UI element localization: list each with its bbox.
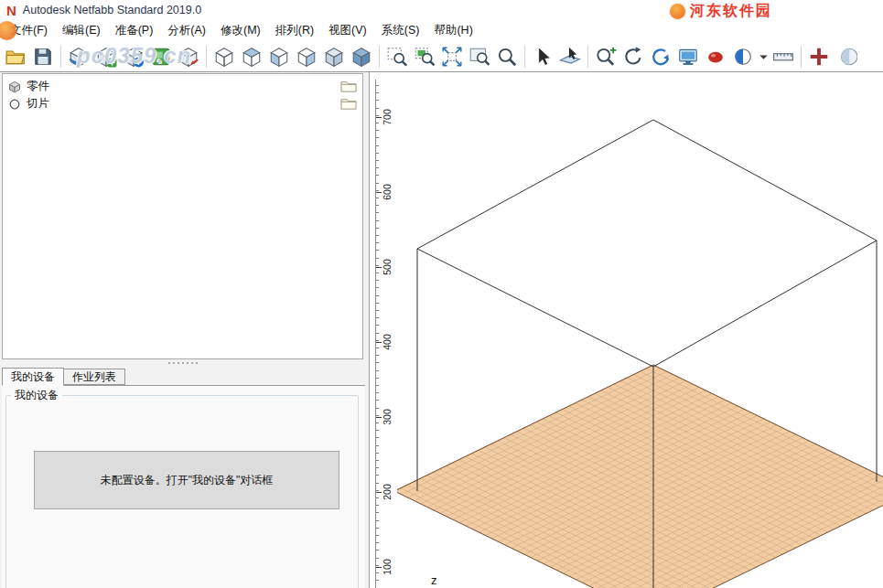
more-tools-button[interactable] bbox=[833, 43, 860, 70]
view-shaded-button[interactable] bbox=[320, 43, 348, 70]
watermark: 河东软件园 bbox=[669, 1, 772, 21]
ruler-tick bbox=[376, 437, 379, 438]
ruler-tick bbox=[376, 580, 379, 581]
part-cube-icon bbox=[8, 80, 21, 93]
zoom-region-button[interactable] bbox=[383, 43, 411, 70]
open-button[interactable] bbox=[2, 43, 29, 70]
my-devices-legend: 我的设备 bbox=[11, 388, 62, 403]
tree-item-parts[interactable]: 零件 bbox=[3, 78, 362, 95]
ruler-tick bbox=[376, 100, 379, 101]
menu-item-analyze[interactable]: 分析(A) bbox=[160, 20, 213, 41]
ruler-tick bbox=[376, 520, 379, 521]
pan-arrow-icon bbox=[650, 46, 672, 68]
magnify-tool-button[interactable] bbox=[592, 43, 619, 70]
fit-box-icon bbox=[441, 46, 463, 68]
zoom-selection-button[interactable] bbox=[411, 43, 438, 70]
magnifier-box-icon bbox=[386, 46, 408, 68]
ruler-tick bbox=[376, 325, 379, 326]
device-message: 未配置设备。打开"我的设备"对话框 bbox=[34, 451, 339, 509]
select-button[interactable] bbox=[529, 43, 556, 70]
ruler-tick bbox=[376, 160, 379, 161]
ruler-tick bbox=[376, 528, 379, 529]
build-volume-top-face bbox=[417, 120, 877, 367]
ruler-tick bbox=[376, 362, 379, 363]
tree-item-slices[interactable]: 切片 bbox=[3, 95, 362, 112]
titlebar: N Autodesk Netfabb Standard 2019.0 河东软件园 bbox=[0, 0, 883, 20]
select-surface-button[interactable] bbox=[556, 43, 584, 70]
ruler-tick bbox=[376, 115, 379, 116]
ruler-tick bbox=[376, 385, 379, 386]
open-parts-folder-button[interactable] bbox=[340, 80, 357, 93]
ruler-tick bbox=[376, 475, 379, 476]
viewport-3d[interactable]: z 700600500400300200100 bbox=[369, 72, 883, 588]
ruler-tick bbox=[376, 565, 379, 566]
ruler-tick bbox=[376, 340, 379, 341]
zoom-button[interactable] bbox=[493, 43, 521, 70]
view-top-button[interactable] bbox=[238, 43, 265, 70]
ruler-tick bbox=[376, 123, 379, 123]
ruler-label: 200 bbox=[382, 484, 393, 500]
ruler-tick bbox=[376, 460, 379, 461]
tab-my-devices[interactable]: 我的设备 bbox=[2, 368, 64, 386]
plus-icon bbox=[808, 46, 830, 68]
rotate-view-button[interactable] bbox=[619, 43, 647, 70]
add-item-button[interactable] bbox=[805, 43, 833, 70]
menu-item-edit[interactable]: 编辑(E) bbox=[55, 20, 108, 41]
cube-left-icon bbox=[268, 46, 290, 68]
ruler-tick bbox=[376, 220, 379, 221]
project-tree: 零件 切片 bbox=[2, 73, 363, 359]
pan-view-button[interactable] bbox=[647, 43, 674, 70]
highlight-tool-button[interactable] bbox=[702, 43, 729, 70]
ruler-tick bbox=[376, 250, 379, 251]
cube-solid-icon bbox=[350, 46, 372, 68]
menubar: 文件(F) 编辑(E) 准备(P) 分析(A) 修改(M) 排列(R) 视图(V… bbox=[0, 20, 883, 41]
tab-job-list[interactable]: 作业列表 bbox=[63, 369, 125, 385]
menu-item-arrange[interactable]: 排列(R) bbox=[268, 20, 321, 41]
measure-button[interactable] bbox=[770, 43, 797, 70]
ruler-tick bbox=[376, 392, 379, 393]
ruler-tick bbox=[376, 258, 379, 259]
ruler-tick bbox=[376, 497, 379, 498]
menu-item-view[interactable]: 视图(V) bbox=[321, 20, 374, 41]
view-solid-button[interactable] bbox=[348, 43, 375, 70]
viewport-ruler: 700600500400300200100 bbox=[370, 72, 397, 588]
rotate-arrow-icon bbox=[622, 46, 644, 68]
cursor-icon bbox=[532, 46, 554, 68]
tree-item-label: 零件 bbox=[27, 79, 49, 94]
toolbar-separator bbox=[587, 46, 588, 68]
ruler-tick bbox=[376, 198, 379, 198]
view-isometric-button[interactable] bbox=[210, 43, 238, 70]
fit-view-button[interactable] bbox=[438, 43, 466, 70]
tree-item-label: 切片 bbox=[27, 96, 49, 112]
ruler-tick bbox=[376, 400, 379, 401]
menu-item-help[interactable]: 帮助(H) bbox=[426, 20, 479, 41]
ruler-label: 100 bbox=[382, 559, 393, 575]
half-circle-icon bbox=[732, 46, 754, 68]
save-button[interactable] bbox=[29, 43, 57, 70]
view-side-button[interactable] bbox=[293, 43, 320, 70]
circle-partial-icon bbox=[835, 46, 857, 68]
build-platform bbox=[394, 365, 883, 588]
view-front-button[interactable] bbox=[265, 43, 293, 70]
watermark-site-name: 河东软件园 bbox=[690, 2, 772, 21]
ruler-tick bbox=[376, 92, 379, 93]
ruler-tick bbox=[376, 467, 379, 468]
ruler-tick bbox=[376, 347, 379, 348]
ruler-tick bbox=[376, 85, 379, 86]
ruler-tick bbox=[376, 572, 379, 573]
panel-splitter[interactable] bbox=[0, 359, 365, 367]
open-slices-folder-button[interactable] bbox=[340, 97, 357, 111]
menu-item-prepare[interactable]: 准备(P) bbox=[108, 20, 161, 41]
ruler-tick bbox=[376, 273, 379, 273]
ruler-tick bbox=[376, 445, 379, 446]
show-platform-button[interactable] bbox=[674, 43, 702, 70]
zoom-window-button[interactable] bbox=[466, 43, 493, 70]
menu-item-system[interactable]: 系统(S) bbox=[374, 20, 427, 41]
toolbar-separator bbox=[379, 46, 380, 68]
z-axis-label: z bbox=[431, 573, 437, 587]
shading-menu-button[interactable] bbox=[757, 43, 770, 70]
ruler-tick bbox=[376, 295, 379, 296]
shading-mode-button[interactable] bbox=[729, 43, 757, 70]
ruler-tick bbox=[376, 205, 379, 206]
menu-item-modify[interactable]: 修改(M) bbox=[213, 20, 268, 41]
